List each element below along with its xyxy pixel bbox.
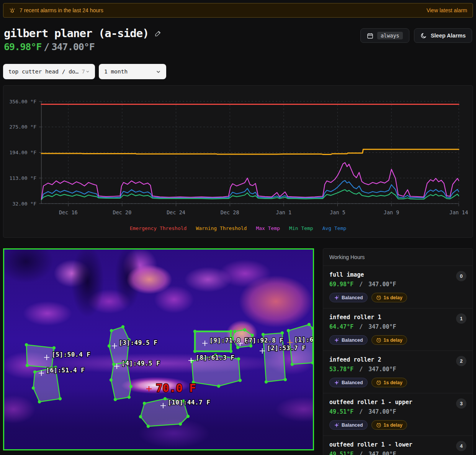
y-axis-label: 113.00 °F	[10, 175, 37, 181]
y-axis-label: 356.00 °F	[10, 99, 37, 104]
clock-icon	[376, 380, 381, 385]
roi-temp-label: [2]:53.7 F	[267, 344, 306, 352]
thermal-roi-5[interactable]: [5]:50.4 F	[25, 343, 91, 369]
roi-node	[25, 343, 28, 346]
alarm-banner[interactable]: 7 recent alarms in the last 24 hours Vie…	[3, 3, 473, 18]
schedule-value: always	[377, 32, 403, 39]
page: 7 recent alarms in the last 24 hours Vie…	[0, 0, 476, 455]
roi-temp-label: [9]:71.8 F	[209, 337, 248, 344]
calendar-icon	[367, 33, 373, 39]
chart-legend: Emergency ThresholdWarning ThresholdMax …	[3, 225, 473, 231]
x-axis-label: Jan 9	[384, 209, 399, 215]
roi-node	[38, 400, 41, 403]
sparkle-icon	[334, 338, 339, 343]
roi-node	[308, 323, 311, 326]
roi-temps: 69.98°F / 347.00°F	[329, 281, 466, 288]
x-axis-label: Jan 1	[276, 209, 292, 215]
legend-item[interactable]: Emergency Threshold	[130, 225, 187, 231]
sleep-alarms-button[interactable]: Sleep Alarms	[414, 28, 472, 43]
balanced-badge[interactable]: Balanced	[329, 335, 368, 345]
clock-icon	[376, 422, 381, 428]
roi-temps: 49.51°F / 347.00°F	[329, 451, 466, 455]
roi-node	[121, 325, 124, 328]
legend-item[interactable]: Avg Temp	[322, 225, 347, 231]
legend-item[interactable]: Min Temp	[289, 225, 313, 231]
roi-temp-label: [5]:50.4 F	[52, 351, 90, 358]
view-latest-alarm-link[interactable]: View latest alarm	[427, 7, 467, 13]
schedule-button[interactable]: always	[360, 28, 409, 43]
thermal-spot[interactable]: 70.0 F	[146, 382, 196, 395]
working-hours-panel: Working Hours full image69.98°F / 347.00…	[323, 248, 473, 455]
thermal-roi-6[interactable]: [6]:51.4 F	[32, 366, 85, 403]
camera-select-count: 7	[79, 68, 85, 75]
delay-badge[interactable]: 1s delay	[371, 378, 407, 387]
delay-badge[interactable]: 1s delay	[371, 335, 407, 345]
roi-node	[110, 329, 113, 332]
working-hours-item[interactable]: full image69.98°F / 347.00°FBalanced1s d…	[323, 266, 473, 308]
thermal-image[interactable]: [1]:6[2]:53.7 F[3]:49.5 F[4]:49.5 F[5]:5…	[3, 248, 314, 450]
roi-temp-label: [7]:92.8 F	[245, 337, 283, 344]
roi-index-badge: 3	[456, 398, 466, 409]
header: gilbert planer (a-side) 69.98°F/347.00°F	[3, 27, 473, 52]
legend-item[interactable]: Warning Threshold	[196, 225, 247, 231]
thermal-roi-10[interactable]: [10]:44.7 F	[139, 397, 211, 428]
roi-node	[179, 422, 182, 426]
roi-name: infeed roller 1	[329, 314, 466, 321]
roi-temp-label: [6]:51.4 F	[46, 367, 85, 374]
roi-node	[229, 350, 232, 353]
thermal-roi-8[interactable]: [8]:61.3 F	[188, 354, 242, 388]
roi-node	[287, 329, 290, 332]
x-axis-label: Dec 16	[59, 209, 78, 215]
range-select[interactable]: 1 month	[99, 64, 166, 79]
roi-temps: 53.78°F / 347.00°F	[329, 366, 466, 373]
roi-node	[129, 385, 132, 388]
roi-index-badge: 0	[456, 271, 466, 281]
roi-node	[110, 378, 113, 382]
roi-node	[128, 396, 131, 399]
series-max-temp	[41, 163, 459, 199]
roi-temps: 64.47°F / 347.00°F	[329, 323, 466, 330]
roi-current-temp: 49.51°F	[329, 451, 353, 455]
working-hours-item[interactable]: infeed roller 164.47°F / 347.00°FBalance…	[323, 308, 473, 351]
roi-overlay: [1]:6[2]:53.7 F[3]:49.5 F[4]:49.5 F[5]:5…	[4, 250, 313, 449]
edit-title-icon[interactable]	[154, 30, 162, 37]
y-axis-label: 194.00 °F	[10, 150, 37, 155]
x-axis-label: Dec 28	[221, 209, 239, 215]
roi-index-badge: 1	[456, 313, 466, 324]
roi-node	[59, 397, 62, 400]
thermal-roi-4[interactable]: [4]:49.5 F	[110, 360, 160, 401]
sparkle-icon	[334, 295, 339, 300]
roi-node	[143, 402, 146, 405]
delay-badge[interactable]: 1s delay	[371, 293, 407, 302]
working-hours-item[interactable]: infeed roller 253.78°F / 347.00°FBalance…	[323, 351, 473, 393]
roi-current-temp: 53.78°F	[329, 366, 353, 373]
spot-temp-label: 70.0 F	[156, 382, 196, 395]
roi-node	[147, 425, 150, 428]
roi-current-temp: 64.47°F	[329, 323, 353, 330]
roi-node	[217, 385, 220, 388]
temperature-chart[interactable]: 356.00 °F275.00 °F194.00 °F113.00 °F32.0…	[3, 86, 473, 237]
roi-node	[229, 330, 232, 333]
series-warning-threshold	[41, 149, 459, 154]
balanced-badge[interactable]: Balanced	[329, 293, 368, 302]
delay-badge[interactable]: 1s delay	[371, 420, 407, 430]
working-hours-item[interactable]: outfeed roller 1 - lower49.51°F / 347.00…	[323, 435, 473, 455]
roi-current-temp: 49.51°F	[329, 408, 353, 415]
y-axis-label: 32.00 °F	[12, 201, 36, 207]
roi-current-temp: 69.98°F	[329, 281, 353, 288]
camera-select[interactable]: top cutter head / do… 7	[3, 64, 95, 79]
balanced-badge[interactable]: Balanced	[329, 378, 368, 387]
roi-node	[114, 398, 117, 401]
legend-item[interactable]: Max Temp	[256, 225, 280, 231]
roi-node	[262, 333, 265, 336]
roi-max-temp: 347.00°F	[368, 323, 396, 330]
x-axis-label: Jan 5	[330, 209, 345, 215]
chevron-down-icon	[156, 69, 161, 74]
camera-select-value: top cutter head / do…	[8, 68, 79, 75]
roi-node	[249, 344, 252, 347]
roi-temp-label: [8]:61.3 F	[196, 354, 234, 361]
balanced-badge[interactable]: Balanced	[329, 420, 368, 430]
current-temp: 69.98°F	[4, 41, 41, 52]
working-hours-item[interactable]: outfeed roller 1 - upper49.51°F / 347.00…	[323, 393, 473, 435]
sleep-alarms-label: Sleep Alarms	[431, 33, 466, 39]
